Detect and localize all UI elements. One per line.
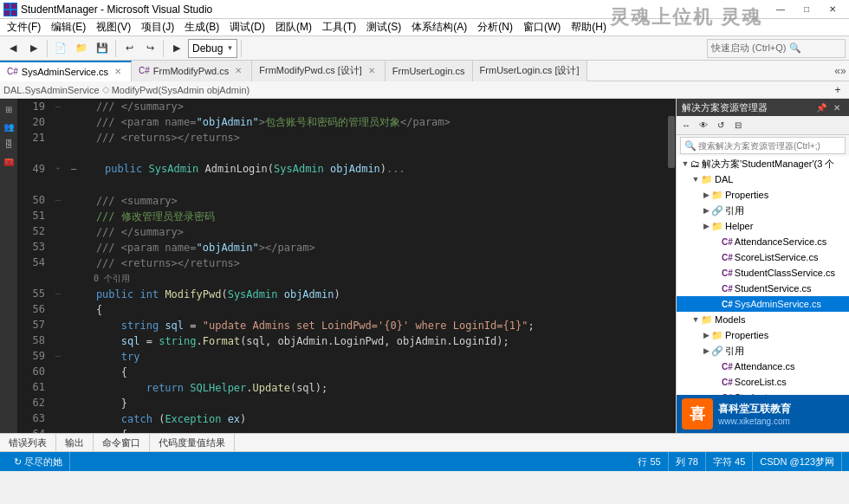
sync-button[interactable]: ↔ xyxy=(678,118,694,133)
sidebar-solution-icon[interactable]: ⊞ xyxy=(2,102,16,116)
tree-scorelist[interactable]: C# ScoreList.cs xyxy=(677,374,849,390)
bottom-tabs: 错误列表 输出 命令窗口 代码度量值结果 xyxy=(0,433,849,452)
bottom-tab-metrics[interactable]: 代码度量值结果 xyxy=(150,433,235,452)
tree-arrow-properties[interactable] xyxy=(701,191,711,199)
tree-arrow-helper[interactable] xyxy=(701,222,711,230)
tree-arrow-models-refs[interactable] xyxy=(701,346,711,355)
status-ready: ↻ 尽尽的她 xyxy=(7,452,70,471)
models-properties-label: Properties xyxy=(725,330,768,340)
collapse-btn-50[interactable]: ─ xyxy=(52,192,64,208)
tree-attendance-service[interactable]: C# AttendanceService.cs xyxy=(677,234,849,249)
status-bar: ↻ 尽尽的她 行 55 列 78 字符 45 CSDN @123梦网 xyxy=(0,452,849,471)
tree-dal-properties[interactable]: 📁 Properties xyxy=(677,187,849,203)
menu-project[interactable]: 项目(J) xyxy=(136,18,179,36)
collapse-btn-19[interactable]: ─ xyxy=(52,99,64,114)
solution-search-box[interactable]: 🔍 xyxy=(680,137,846,154)
tab-frmmodifypwd[interactable]: C# FrmModifyPwd.cs ✕ xyxy=(132,61,252,81)
undo-button[interactable]: ↩ xyxy=(120,39,139,58)
scroll-thumb[interactable] xyxy=(668,116,675,168)
breadcrumb-sep: ◇ xyxy=(102,84,109,95)
maximize-button[interactable]: □ xyxy=(794,0,820,19)
bottom-tab-command[interactable]: 命令窗口 xyxy=(94,433,150,452)
menu-tools[interactable]: 工具(T) xyxy=(317,18,361,36)
tab-close-3[interactable]: ✕ xyxy=(366,65,378,77)
toolbar-separator-3 xyxy=(163,40,164,57)
tree-arrow-refs1[interactable] xyxy=(701,206,711,215)
editor[interactable]: 19 20 21 . 49 . 50 51 52 53 54 . 55 56 5… xyxy=(17,99,676,433)
tree-arrow-models[interactable] xyxy=(690,315,701,324)
scroll-indicator[interactable] xyxy=(667,99,676,433)
collapse-btn-59[interactable]: ─ xyxy=(52,348,64,364)
code-line-52: /// </summary> xyxy=(71,224,667,240)
menu-arch[interactable]: 体系结构(A) xyxy=(406,18,472,36)
collapse-all-button[interactable]: ⊟ xyxy=(730,118,746,133)
tab-frmuserlogin-design[interactable]: FrmUserLogin.cs [设计] xyxy=(473,61,587,81)
save-button[interactable]: 💾 xyxy=(93,39,112,58)
back-button[interactable]: ◀ xyxy=(3,39,23,58)
breadcrumb-part1[interactable]: DAL.SysAdminService xyxy=(3,85,100,95)
collapse-column: ─ + ─ ─ ─ xyxy=(52,99,64,433)
tree-arrow-solution[interactable] xyxy=(680,159,690,168)
refresh-button[interactable]: ↺ xyxy=(713,118,729,133)
bottom-tab-output[interactable]: 输出 xyxy=(56,433,94,452)
sidebar-team-icon[interactable]: 👥 xyxy=(2,120,16,133)
close-button[interactable]: ✕ xyxy=(820,0,846,19)
tree-dal[interactable]: 📁 DAL xyxy=(677,171,849,187)
menu-build[interactable]: 生成(B) xyxy=(179,18,224,36)
menu-analyze[interactable]: 分析(N) xyxy=(472,18,518,36)
tab-label-2: FrmModifyPwd.cs xyxy=(153,66,229,76)
cs-icon-studentclass: C# xyxy=(722,268,733,278)
collapse-btn-55[interactable]: ─ xyxy=(52,286,64,301)
sidebar-toolbox-icon[interactable]: 🧰 xyxy=(2,154,16,168)
tree-attendance[interactable]: C# Attendance.cs xyxy=(677,359,849,374)
tab-close-2[interactable]: ✕ xyxy=(232,65,244,77)
tree-studentclass-service[interactable]: C# StudentClassService.cs xyxy=(677,265,849,281)
menu-help[interactable]: 帮助(H) xyxy=(566,18,612,36)
code-line-21: /// <returns></returns> xyxy=(71,130,667,145)
debug-dropdown[interactable]: Debug ▼ xyxy=(188,39,237,58)
quick-launch[interactable]: 快速启动 (Ctrl+Q) 🔍 xyxy=(707,39,846,58)
tree-arrow-dal[interactable] xyxy=(690,175,701,184)
close-panel-button[interactable]: ✕ xyxy=(830,100,844,114)
bottom-tab-errors[interactable]: 错误列表 xyxy=(0,433,56,452)
code-editor[interactable]: /// </summary> /// <param name="objAdmin… xyxy=(64,99,667,433)
menu-file[interactable]: 文件(F) xyxy=(2,18,46,36)
solution-search-input[interactable] xyxy=(698,141,841,151)
pin-button[interactable]: 📌 xyxy=(814,100,828,114)
new-file-button[interactable]: 📄 xyxy=(51,39,70,58)
redo-button[interactable]: ↪ xyxy=(140,39,159,58)
menu-window[interactable]: 窗口(W) xyxy=(518,18,566,36)
tree-sysadmin-service[interactable]: C# SysAdminService.cs xyxy=(677,296,849,312)
tree-models-properties[interactable]: 📁 Properties xyxy=(677,327,849,343)
tree-scorelist-service[interactable]: C# ScoreListService.cs xyxy=(677,249,849,265)
menu-debug[interactable]: 调试(D) xyxy=(224,18,270,36)
code-line-63: catch (Exception ex) xyxy=(71,411,667,427)
menu-team[interactable]: 团队(M) xyxy=(270,18,317,36)
tab-close-1[interactable]: ✕ xyxy=(112,66,124,78)
tab-frmuserlogin[interactable]: FrmUserLogin.cs xyxy=(386,61,473,81)
collapse-btn-49[interactable]: + xyxy=(52,161,64,177)
status-char-text: 字符 45 xyxy=(713,456,745,468)
debug-dropdown-arrow: ▼ xyxy=(226,44,233,52)
tree-dal-refs[interactable]: 🔗 引用 xyxy=(677,203,849,218)
tab-overflow-button[interactable]: «» xyxy=(832,65,849,77)
sidebar-server-icon[interactable]: 🗄 xyxy=(2,137,16,151)
tree-helper[interactable]: 📁 Helper xyxy=(677,218,849,234)
tree-arrow-models-properties[interactable] xyxy=(701,331,711,339)
tab-frmmodifypwd-design[interactable]: FrmModifyPwd.cs [设计] ✕ xyxy=(252,61,386,81)
tree-student-service[interactable]: C# StudentService.cs xyxy=(677,281,849,296)
tab-sysadmin-service[interactable]: C# SysAdminService.cs ✕ xyxy=(0,61,132,81)
show-all-button[interactable]: 👁 xyxy=(696,118,711,133)
menu-test[interactable]: 测试(S) xyxy=(361,18,406,36)
start-button[interactable]: ▶ xyxy=(167,39,186,58)
menu-edit[interactable]: 编辑(E) xyxy=(46,18,91,36)
breadcrumb-part2[interactable]: ModifyPwd(SysAdmin objAdmin) xyxy=(112,85,250,95)
tree-models-refs[interactable]: 🔗 引用 xyxy=(677,343,849,359)
minimize-button[interactable]: — xyxy=(768,0,794,19)
open-button[interactable]: 📁 xyxy=(72,39,91,58)
forward-button[interactable]: ▶ xyxy=(24,39,43,58)
menu-view[interactable]: 视图(V) xyxy=(91,18,136,36)
tree-solution-root[interactable]: 🗂 解决方案'StudentManager'(3 个 xyxy=(677,156,849,171)
tree-models[interactable]: 📁 Models xyxy=(677,312,849,327)
add-line-button[interactable]: + xyxy=(830,82,846,98)
